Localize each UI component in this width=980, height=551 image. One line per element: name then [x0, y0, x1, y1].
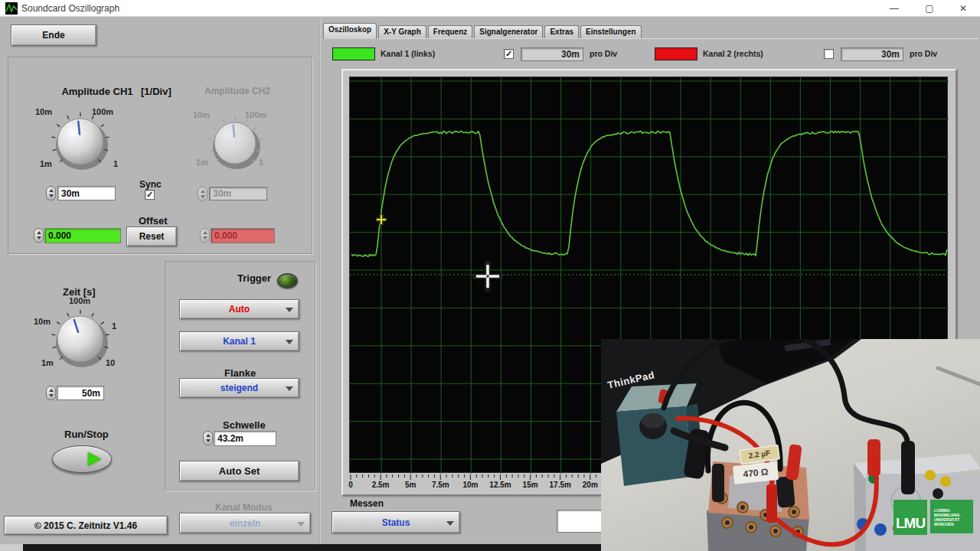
lmu-logo-wordmark: LUDWIG- MAXIMILIANS- UNIVERSITÄT MÜNCHEN [930, 500, 973, 533]
channel2-checkbox[interactable] [824, 49, 834, 59]
amplitude-ch1-field[interactable]: 30m [57, 186, 116, 201]
amplitude-ch2-title: Amplitude CH2 [201, 86, 274, 96]
trigger-mode-dropdown[interactable]: Auto [179, 299, 299, 319]
channel1-per-div-field[interactable]: 30m [521, 47, 583, 61]
offset-label: Offset [139, 215, 168, 227]
channel2-per-div-label: pro Div [910, 49, 937, 58]
offset-ch2-stepper [200, 228, 210, 243]
auto-set-button[interactable]: Auto Set [179, 461, 299, 481]
x-axis-label: 20m [583, 481, 598, 489]
minimize-icon[interactable]: — [879, 0, 910, 17]
offset-ch2-field: 0.000 [211, 228, 275, 243]
tab-frequenz[interactable]: Frequenz [428, 25, 472, 39]
x-axis-label: 17.5m [550, 481, 571, 489]
threshold-field[interactable]: 43.2m [214, 431, 276, 446]
desktop-strip-corner [0, 544, 23, 551]
offset-reset-button[interactable]: Reset [126, 227, 177, 246]
knob-scale-label: 1m [40, 159, 52, 168]
kanal-modus-value: einzeln [230, 518, 261, 529]
knob-scale-label: 100m [92, 107, 113, 116]
messen-value-field [557, 510, 606, 533]
amplitude-ch2-knob [202, 110, 268, 179]
chevron-down-icon [446, 521, 454, 526]
trigger-source-value: Kanal 1 [223, 336, 256, 347]
channel1-checkbox[interactable]: ✓ [504, 49, 514, 59]
knob-scale-label: 100m [245, 110, 266, 119]
chevron-down-icon [286, 340, 293, 344]
amplitude-ch2-field: 30m [209, 187, 267, 201]
trigger-marker-icon [377, 215, 386, 224]
tab-extras[interactable]: Extras [544, 25, 579, 39]
knob-scale-label: 1 [113, 159, 118, 168]
black-plug [776, 476, 795, 508]
knob-scale-label: 1m [41, 358, 54, 367]
sync-label: Sync [139, 179, 162, 190]
desktop-strip [23, 544, 601, 551]
close-icon[interactable]: ✕ [948, 0, 978, 17]
run-stop-button[interactable] [52, 445, 112, 473]
tab-oszilloskop[interactable]: Oszilloskop [323, 23, 377, 39]
time-stepper[interactable] [46, 386, 56, 400]
knob-scale-label: 1m [196, 158, 208, 167]
trigger-title: Trigger [237, 272, 271, 284]
knob-scale-label: 10m [35, 107, 52, 116]
channel1-label: Kanal 1 (links) [381, 49, 435, 58]
kanal-modus-dropdown: einzeln [179, 513, 311, 533]
app-window: Soundcard Oszillograph — ▢ ✕ Ende Amplit… [0, 0, 980, 551]
kanal-modus-label: Kanal Modus [215, 502, 273, 513]
messen-status-value: Status [382, 517, 410, 528]
schwelle-label: Schwelle [223, 419, 266, 431]
channel1-color-swatch [332, 47, 375, 60]
black-plug [712, 464, 724, 502]
panel-divider [319, 18, 321, 545]
channel2-per-div-field: 30m [841, 47, 903, 61]
tab-strip: OszilloskopX-Y GraphFrequenzSignalgenera… [323, 23, 643, 39]
trigger-edge-dropdown[interactable]: steigend [179, 378, 299, 398]
amplitude-ch1-stepper[interactable] [46, 186, 56, 201]
messen-status-dropdown[interactable]: Status [332, 511, 460, 533]
offset-ch1-stepper[interactable] [34, 228, 44, 243]
tab-signalgenerator[interactable]: Signalgenerator [474, 25, 543, 39]
amplitude-ch1-title: Amplitude CH1 [47, 86, 147, 97]
ende-button[interactable]: Ende [11, 24, 96, 46]
chevron-down-icon [297, 522, 305, 527]
threshold-stepper[interactable] [203, 431, 213, 445]
title-bar: Soundcard Oszillograph — ▢ ✕ [0, 0, 980, 17]
tab-panel-edge [322, 38, 978, 40]
trigger-source-dropdown[interactable]: Kanal 1 [179, 331, 299, 351]
play-icon [88, 452, 101, 466]
amplitude-ch1-knob[interactable] [44, 106, 116, 181]
flanke-label: Flanke [224, 367, 256, 379]
knob-scale-label: 10m [193, 110, 210, 119]
knob-scale-label: 10 [106, 358, 115, 367]
knob-scale-label: 10m [34, 317, 51, 326]
x-axis-label: 7.5m [432, 481, 449, 489]
app-icon [5, 2, 18, 15]
lmu-logo: LMU [893, 500, 927, 535]
sync-checkbox[interactable]: ✓ [145, 190, 155, 200]
trigger-mode-value: Auto [229, 304, 250, 315]
amplitude-unit-title: [1/Div] [141, 86, 172, 97]
x-axis-label: 12.5m [489, 481, 511, 489]
maximize-icon[interactable]: ▢ [914, 0, 945, 17]
x-axis-label: 10m [462, 481, 478, 489]
tab-einstellungen[interactable]: Einstellungen [580, 25, 642, 39]
webcam-overlay: ThinkPad 2.2 µF 470 Ω LMU LUDWIG- MAXIMI… [601, 339, 980, 551]
amplitude-ch2-stepper [198, 187, 207, 201]
check-icon: ✓ [505, 50, 512, 58]
offset-ch1-field[interactable]: 0.000 [44, 228, 121, 243]
tab-x-y-graph[interactable]: X-Y Graph [378, 25, 426, 39]
gray-cable [938, 368, 980, 385]
chevron-down-icon [286, 386, 293, 391]
black-plug [901, 441, 915, 494]
window-title: Soundcard Oszillograph [21, 3, 119, 14]
time-field[interactable]: 50m [57, 386, 104, 400]
chevron-down-icon [286, 308, 293, 312]
knob-scale-label: 1 [259, 158, 263, 167]
x-axis-label: 15m [523, 481, 538, 489]
channel2-color-swatch [655, 47, 697, 60]
knob-scale-label: 1 [112, 321, 116, 331]
messen-label: Messen [350, 498, 384, 509]
copyright-bar: © 2015 C. Zeitnitz V1.46 [4, 516, 168, 535]
lmu-line: MÜNCHEN [934, 522, 973, 527]
